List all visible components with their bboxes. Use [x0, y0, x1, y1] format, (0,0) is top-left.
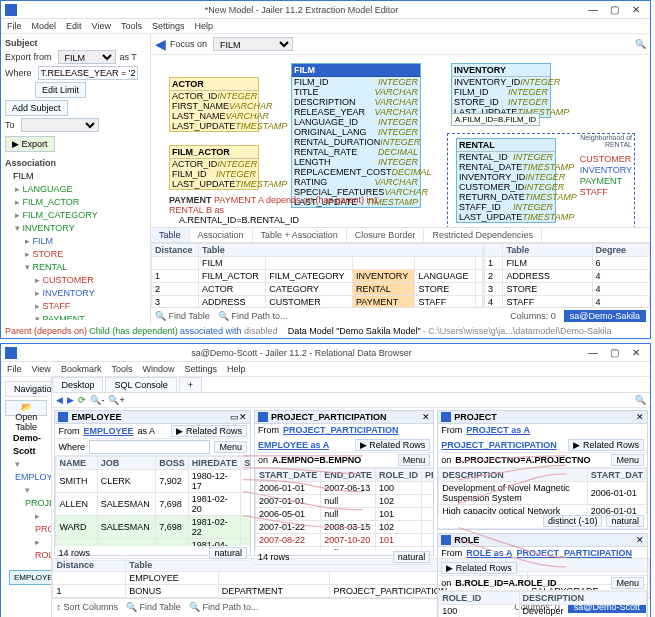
- back-arrow-icon[interactable]: ◀: [155, 36, 166, 52]
- search-icon[interactable]: 🔍: [635, 39, 646, 49]
- subject-pane: Subject Export from FILM as T Where Edit…: [1, 34, 151, 324]
- open-table-button[interactable]: 📂 Open Table: [5, 400, 47, 416]
- extraction-model-editor-window: *New Model - Jailer 11.2 Extraction Mode…: [0, 0, 651, 339]
- tab-add[interactable]: +: [179, 377, 202, 392]
- columns-count: Columns: 0: [510, 311, 556, 321]
- model-name: Data Model "Demo Sakila Model": [288, 326, 421, 336]
- tab-restricted[interactable]: Restricted Dependencies: [424, 228, 542, 242]
- edit-limit-button[interactable]: Edit Limit: [35, 82, 86, 98]
- sort-columns-link[interactable]: ↕ Sort Columns: [56, 602, 118, 612]
- menu-tools[interactable]: Tools: [111, 364, 132, 374]
- menu-file[interactable]: File: [7, 364, 22, 374]
- tab-association[interactable]: Association: [190, 228, 253, 242]
- menu-settings[interactable]: Settings: [184, 364, 217, 374]
- add-subject-button[interactable]: Add Subject: [5, 100, 68, 116]
- menu-help[interactable]: Help: [227, 364, 246, 374]
- er-diagram-canvas[interactable]: ACTOR ACTOR_IDINTEGERFIRST_NAMEVARCHARLA…: [151, 55, 650, 227]
- tree-node[interactable]: STAFF: [5, 300, 146, 313]
- export-from-select[interactable]: FILM: [58, 50, 116, 64]
- maximize-button[interactable]: ▢: [604, 3, 624, 17]
- mini-entity-employee[interactable]: EMPLOYEE: [9, 570, 52, 585]
- where-input[interactable]: [38, 66, 138, 80]
- tree-node[interactable]: RENTAL: [5, 261, 146, 274]
- window-title: sa@Demo-Scott - Jailer 11.2 - Relational…: [21, 348, 582, 358]
- desktop-toolbar: ◀ ▶ ⟳ 🔍- 🔍+ 🔍: [52, 393, 650, 408]
- join-badge: A.FILM_ID=B.FILM_ID: [451, 113, 540, 126]
- neighborhood-list: CUSTOMER INVENTORY PAYMENT STAFF: [580, 154, 632, 198]
- app-icon: [5, 347, 17, 359]
- tab-closure[interactable]: Closure Border: [347, 228, 425, 242]
- find-path-link[interactable]: 🔍 Find Path to...: [189, 602, 259, 612]
- menu-file[interactable]: File: [7, 21, 22, 31]
- menu-view[interactable]: View: [32, 364, 51, 374]
- minimize-button[interactable]: —: [582, 3, 602, 17]
- tree-node[interactable]: PAYMENT: [5, 313, 146, 320]
- find-table-link[interactable]: 🔍 Find Table: [126, 602, 181, 612]
- tree-root[interactable]: FILM: [5, 170, 146, 183]
- tree-node[interactable]: PROJECT: [5, 510, 47, 536]
- tree-node[interactable]: PROJECT_PARTICIPATION: [5, 484, 47, 510]
- tree-node[interactable]: FILM_CATEGORY: [5, 209, 146, 222]
- export-button[interactable]: ▶ Export: [5, 136, 55, 152]
- tree-node[interactable]: FILM: [5, 235, 146, 248]
- nav-fwd-icon[interactable]: ▶: [67, 395, 74, 405]
- menu-tools[interactable]: Tools: [121, 21, 142, 31]
- find-table-link[interactable]: 🔍 Find Table: [155, 311, 210, 321]
- tree-node[interactable]: FILM_ACTOR: [5, 196, 146, 209]
- tab-sql-console[interactable]: SQL Console: [105, 377, 176, 392]
- menu-bookmark[interactable]: Bookmark: [61, 364, 102, 374]
- nav-back-icon[interactable]: ◀: [56, 395, 63, 405]
- tab-table-assoc[interactable]: Table + Association: [253, 228, 347, 242]
- search-icon[interactable]: 🔍: [635, 395, 646, 405]
- refresh-icon[interactable]: ⟳: [78, 395, 86, 405]
- tree-node[interactable]: LANGUAGE: [5, 183, 146, 196]
- to-select[interactable]: [21, 118, 99, 132]
- entity-actor[interactable]: ACTOR ACTOR_IDINTEGERFIRST_NAMEVARCHARLA…: [169, 77, 259, 132]
- entity-inventory[interactable]: INVENTORY INVENTORY_IDINTEGERFILM_IDINTE…: [451, 63, 551, 118]
- focus-select[interactable]: FILM: [213, 37, 293, 51]
- tree-node[interactable]: CUSTOMER: [5, 274, 146, 287]
- bezier-lines: [52, 408, 650, 587]
- mini-er-canvas[interactable]: EMPLOYEE PROJECT_PARTICIPATION PROJECT R…: [5, 562, 47, 617]
- to-label: To: [5, 120, 15, 130]
- entity-film[interactable]: FILM FILM_IDINTEGERTITLEVARCHARDESCRIPTI…: [291, 63, 421, 208]
- tree-node[interactable]: INVENTORY: [5, 222, 146, 235]
- menubar: File Model Edit View Tools Settings Help: [1, 19, 650, 34]
- minimize-button[interactable]: —: [582, 346, 602, 360]
- rental-neighborhood-box: RENTAL RENTAL_IDINTEGERRENTAL_DATETIMEST…: [447, 133, 635, 227]
- menu-model[interactable]: Model: [32, 21, 57, 31]
- zoom-out-icon[interactable]: 🔍-: [90, 395, 104, 405]
- menu-edit[interactable]: Edit: [66, 21, 82, 31]
- association-heading: Association: [5, 158, 146, 168]
- zoom-in-icon[interactable]: 🔍+: [108, 395, 124, 405]
- data-browser-window: sa@Demo-Scott - Jailer 11.2 - Relational…: [0, 343, 651, 617]
- window-title: *New Model - Jailer 11.2 Extraction Mode…: [21, 5, 582, 15]
- tree-node[interactable]: EMPLOYEE: [5, 458, 47, 484]
- menu-settings[interactable]: Settings: [152, 21, 185, 31]
- close-button[interactable]: ✕: [626, 3, 646, 17]
- tree-node[interactable]: ROLE: [5, 536, 47, 562]
- subject-heading: Subject: [5, 38, 146, 48]
- role-grid[interactable]: ROLE_IDDESCRIPTION100Developer101Project…: [438, 591, 647, 617]
- tab-navigation[interactable]: Navigation: [5, 381, 52, 396]
- tree-node[interactable]: STORE: [5, 248, 146, 261]
- degree-table: TableDegree 1FILM62ADDRESS43STORE44STAFF…: [484, 243, 650, 307]
- menubar: File View Bookmark Tools Window Settings…: [1, 362, 650, 377]
- menu-window[interactable]: Window: [142, 364, 174, 374]
- find-path-link[interactable]: 🔍 Find Path to...: [218, 311, 288, 321]
- tree-root[interactable]: Demo-Scott: [5, 432, 47, 458]
- titlebar: *New Model - Jailer 11.2 Extraction Mode…: [1, 1, 650, 19]
- menu-help[interactable]: Help: [194, 21, 213, 31]
- entity-rental[interactable]: RENTAL RENTAL_IDINTEGERRENTAL_DATETIMEST…: [456, 138, 556, 223]
- app-icon: [5, 4, 17, 16]
- tree-node[interactable]: INVENTORY: [5, 287, 146, 300]
- entity-film-actor[interactable]: FILM_ACTOR ACTOR_IDINTEGERFILM_IDINTEGER…: [169, 145, 259, 190]
- focus-label: Focus on: [170, 39, 207, 49]
- tab-desktop[interactable]: Desktop: [52, 377, 103, 392]
- legend: Parent (depends on) Child (has dependent…: [1, 324, 650, 338]
- menu-view[interactable]: View: [92, 21, 111, 31]
- tab-table[interactable]: Table: [151, 228, 190, 242]
- maximize-button[interactable]: ▢: [604, 346, 624, 360]
- close-button[interactable]: ✕: [626, 346, 646, 360]
- dependency-info: PAYMENT PAYMENT A depends on (has parent…: [169, 195, 389, 227]
